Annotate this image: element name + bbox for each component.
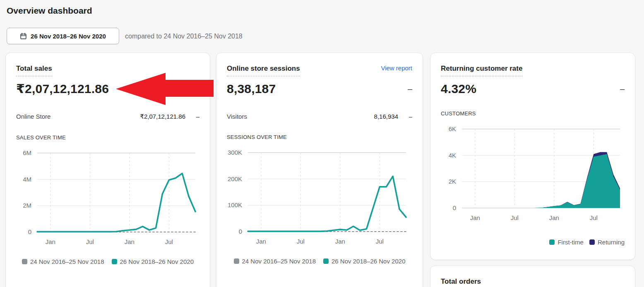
visitors-delta: – [398, 113, 412, 120]
sessions-over-time-chart: 0100K200K300KJanJulJanJul [227, 146, 410, 249]
current-period-swatch [323, 258, 329, 264]
returning-customer-rate-card: Returning customer rate 4.32% – CUSTOMER… [430, 53, 635, 260]
svg-text:Jan: Jan [46, 238, 55, 245]
returning-rate-value: 4.32% [441, 81, 476, 96]
sessions-over-time-label: SESSIONS OVER TIME [227, 134, 412, 140]
overview-dashboard-page: Overview dashboard 26 Nov 2018–26 Nov 20… [0, 0, 644, 287]
sessions-value: 8,38,187 [227, 81, 276, 96]
date-range-label: 26 Nov 2018–26 Nov 2020 [31, 33, 106, 40]
svg-text:Jan: Jan [335, 238, 345, 245]
svg-text:0: 0 [28, 228, 31, 235]
page-title: Overview dashboard [7, 6, 92, 16]
svg-text:0: 0 [239, 228, 242, 235]
svg-text:200K: 200K [228, 175, 242, 182]
returning-label: Returning [598, 239, 625, 246]
legend-item-returning: Returning [589, 239, 625, 246]
date-range-button[interactable]: 26 Nov 2018–26 Nov 2020 [7, 28, 119, 44]
svg-text:Jul: Jul [165, 238, 173, 245]
previous-period-swatch [234, 258, 239, 264]
customers-chart: 02K4K6KJanJulJanJul [441, 122, 624, 224]
visitors-row: Visitors 8,16,934 – [227, 113, 412, 120]
svg-text:Jul: Jul [86, 238, 94, 245]
sales-chart-legend: 24 Nov 2016–25 Nov 2018 26 Nov 2018–26 N… [16, 258, 199, 265]
customers-label: CUSTOMERS [441, 110, 625, 117]
sales-over-time-chart: 02M4M6MJanJulJanJul [16, 146, 199, 249]
returning-rate-delta: – [620, 81, 625, 96]
svg-text:6K: 6K [449, 125, 456, 132]
legend-item-first-time: First-time [549, 239, 584, 246]
svg-text:Jan: Jan [549, 214, 559, 221]
legend-item-current: 26 Nov 2018–26 Nov 2020 [323, 258, 405, 265]
svg-text:6M: 6M [23, 149, 31, 156]
svg-text:Jan: Jan [125, 238, 135, 245]
total-sales-value: ₹2,07,12,121.86 [16, 81, 109, 96]
svg-text:4K: 4K [449, 152, 456, 159]
total-orders-card: Total orders [430, 266, 635, 287]
svg-text:Jan: Jan [470, 214, 480, 221]
view-report-link[interactable]: View report [381, 65, 412, 72]
calendar-icon [20, 33, 27, 40]
current-period-label: 26 Nov 2018–26 Nov 2020 [120, 258, 194, 265]
svg-text:2K: 2K [449, 178, 456, 185]
sessions-title[interactable]: Online store sessions [227, 65, 300, 77]
online-store-sessions-card: Online store sessions View report 8,38,1… [216, 53, 423, 287]
visitors-value: 8,16,934 [374, 113, 398, 120]
svg-text:Jul: Jul [511, 214, 519, 221]
online-store-delta: – [185, 113, 199, 120]
sales-over-time-label: SALES OVER TIME [16, 134, 199, 141]
online-store-row: Online Store ₹2,07,12,121.86 – [16, 113, 199, 120]
legend-item-previous: 24 Nov 2016–25 Nov 2018 [234, 258, 316, 265]
svg-text:0: 0 [453, 204, 456, 211]
first-time-swatch [549, 239, 555, 245]
legend-item-current: 26 Nov 2018–26 Nov 2020 [112, 258, 194, 265]
previous-period-label: 24 Nov 2016–25 Nov 2018 [242, 258, 316, 265]
visitors-label: Visitors [227, 113, 374, 120]
total-orders-title[interactable]: Total orders [441, 277, 481, 287]
online-store-label: Online Store [16, 113, 140, 120]
svg-text:100K: 100K [228, 201, 242, 208]
online-store-value: ₹2,07,12,121.86 [140, 113, 185, 120]
first-time-label: First-time [557, 239, 584, 246]
svg-text:300K: 300K [228, 149, 242, 156]
previous-period-label: 24 Nov 2016–25 Nov 2018 [30, 258, 104, 265]
total-sales-card: Total sales ₹2,07,12,121.86 Online Store… [6, 53, 210, 287]
svg-text:Jan: Jan [256, 238, 266, 245]
svg-text:4M: 4M [23, 176, 31, 183]
returning-swatch [589, 239, 595, 245]
returning-rate-title[interactable]: Returning customer rate [441, 65, 522, 77]
svg-text:2M: 2M [23, 202, 31, 209]
customers-chart-legend: First-time Returning [441, 239, 625, 246]
svg-text:Jul: Jul [376, 238, 384, 245]
legend-item-previous: 24 Nov 2016–25 Nov 2018 [22, 258, 104, 265]
comparison-text: compared to 24 Nov 2016–25 Nov 2018 [125, 33, 243, 40]
current-period-label: 26 Nov 2018–26 Nov 2020 [332, 258, 405, 265]
previous-period-swatch [22, 259, 27, 264]
svg-text:Jul: Jul [590, 214, 598, 221]
sessions-chart-legend: 24 Nov 2016–25 Nov 2018 26 Nov 2018–26 N… [227, 258, 412, 265]
total-sales-title[interactable]: Total sales [16, 65, 52, 77]
current-period-swatch [112, 259, 117, 264]
sessions-delta: – [408, 81, 412, 96]
svg-text:Jul: Jul [297, 238, 305, 245]
